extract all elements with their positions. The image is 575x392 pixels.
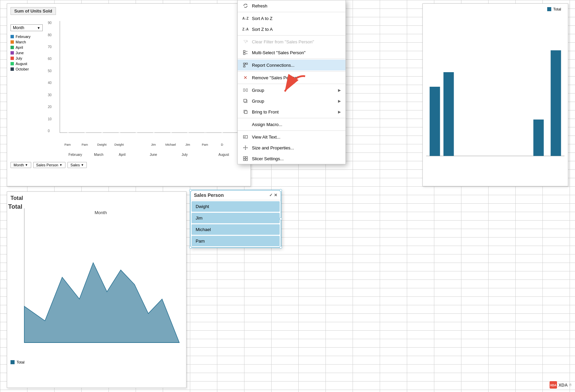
watermark: XDA XDA ® — [550, 381, 572, 389]
bars-area: $60000 $70000 $20000 — [60, 21, 247, 133]
resize-handle-tr[interactable] — [279, 189, 282, 192]
svg-rect-37 — [430, 87, 440, 156]
legend-panel: Month ▼ February March April June Jul — [11, 18, 48, 160]
separator-1 — [238, 12, 345, 12]
x-person-10: D — [214, 143, 230, 146]
sort-za-label: Sort Z to A — [252, 27, 341, 32]
svg-rect-8 — [246, 63, 247, 64]
menu-item-assign-macro[interactable]: Assign Macro... — [238, 119, 345, 130]
svg-rect-31 — [243, 159, 245, 161]
right-legend-label: Total — [553, 7, 561, 11]
month-btn-arrow: ▼ — [25, 163, 28, 167]
size-properties-label: Size and Properties... — [252, 145, 341, 150]
view-alt-text-icon — [242, 134, 249, 140]
separator-7 — [238, 130, 345, 131]
menu-item-report-connections[interactable]: Report Connections... — [238, 60, 345, 70]
bar-chart-container: Sum of Units Sold Month ▼ February March… — [7, 3, 251, 186]
resize-handle-mr[interactable] — [279, 218, 282, 220]
legend-item-april: April — [11, 45, 48, 49]
legend-item-july: July — [11, 56, 48, 60]
legend-dot-february — [11, 35, 14, 38]
assign-macro-label: Assign Macro... — [252, 122, 341, 127]
x-person-5 — [128, 143, 144, 146]
sales-person-btn-label: Sales Person — [36, 163, 58, 167]
menu-item-send-to-back[interactable]: Bring to Front ▶ — [238, 106, 345, 117]
svg-rect-30 — [246, 157, 247, 158]
group-arrow: ▶ — [338, 88, 341, 92]
multi-select-icon — [242, 49, 249, 56]
svg-rect-40 — [551, 50, 561, 156]
svg-rect-16 — [244, 99, 246, 102]
x-person-4: Dwight — [111, 143, 127, 146]
bar-chart-title: Sum of Units Sold — [11, 7, 56, 15]
area-legend-dot — [11, 360, 15, 364]
menu-item-multi-select[interactable]: Multi-Select "Sales Person" — [238, 47, 345, 58]
sales-person-filter-btn[interactable]: Sales Person ▼ — [33, 162, 65, 168]
slicer-item-michael[interactable]: Michael — [192, 224, 280, 235]
slicer-item-pam[interactable]: Pam — [192, 236, 280, 246]
x-month-mar: March — [91, 153, 106, 157]
send-to-back-arrow: ▶ — [338, 110, 341, 114]
y-label-50: 50 — [48, 69, 52, 73]
menu-item-sort-az[interactable]: A↓Z Sort A to Z — [238, 13, 345, 24]
sales-person-slicer: Sales Person ✓ ✕ Dwight Jim Michael Pam — [190, 190, 281, 248]
total-label-bottom: Total — [8, 203, 22, 210]
legend-item-august: August — [11, 62, 48, 66]
x-person-8: Jim — [180, 143, 196, 146]
svg-marker-26 — [247, 147, 247, 148]
svg-rect-32 — [246, 159, 247, 161]
legend-item-june: June — [11, 51, 48, 55]
bottom-month-label: Month — [95, 210, 107, 215]
menu-item-size-properties[interactable]: Size and Properties... — [238, 142, 345, 153]
y-axis-labels: 0 10 20 30 40 50 60 70 80 90 — [48, 21, 52, 133]
resize-handle-bl[interactable] — [189, 246, 192, 249]
svg-marker-0 — [246, 4, 247, 5]
report-connections-icon — [242, 62, 249, 68]
x-person-9: Pam — [197, 143, 213, 146]
slicer-item-dwight[interactable]: Dwight — [192, 201, 280, 212]
slicer-close-icon[interactable]: ✕ — [274, 193, 277, 198]
x-month-apr: April — [106, 153, 138, 157]
report-connections-label: Report Connections... — [252, 63, 341, 68]
month-btn-label: Month — [14, 163, 24, 167]
x-month-feb: February — [60, 153, 91, 157]
svg-rect-12 — [243, 89, 245, 91]
sales-btn-arrow: ▼ — [81, 163, 84, 167]
menu-item-view-alt-text[interactable]: View Alt Text... — [238, 131, 345, 142]
slicer-settings-icon — [242, 156, 249, 162]
separator-2 — [238, 35, 345, 36]
remove-icon: ✕ — [242, 75, 249, 81]
month-filter-dropdown[interactable]: Month ▼ — [11, 24, 43, 31]
area-chart-title: Total — [11, 195, 183, 201]
slicer-title: Sales Person — [194, 192, 224, 198]
menu-item-slicer-settings[interactable]: Slicer Settings... — [238, 153, 345, 164]
menu-item-refresh[interactable]: Refresh — [238, 0, 345, 11]
sort-az-icon: A↓Z — [242, 15, 249, 21]
resize-handle-tl[interactable] — [189, 189, 192, 192]
area-legend-label: Total — [17, 360, 24, 364]
sales-filter-btn[interactable]: Sales ▼ — [67, 162, 87, 168]
slicer-item-jim[interactable]: Jim — [192, 213, 280, 223]
sales-btn-label: Sales — [71, 163, 80, 167]
send-to-back-icon — [242, 109, 249, 115]
svg-rect-3 — [243, 50, 245, 52]
menu-item-clear-filter[interactable]: Clear Filter from "Sales Person" — [238, 36, 345, 47]
area-chart-container: Total Total — [7, 191, 186, 388]
red-arrow — [278, 73, 312, 100]
svg-text:XDA: XDA — [550, 384, 556, 387]
slicer-check-icon[interactable]: ✓ — [269, 193, 273, 198]
legend-dot-october — [11, 67, 14, 71]
size-properties-icon — [242, 145, 249, 151]
svg-rect-38 — [443, 72, 454, 156]
sort-za-icon: Z↓A — [242, 26, 249, 32]
menu-item-sort-za[interactable]: Z↓A Sort Z to A — [238, 24, 345, 35]
svg-marker-25 — [243, 147, 244, 148]
legend-label-february: February — [16, 35, 31, 39]
month-filter-btn[interactable]: Month ▼ — [11, 162, 31, 168]
resize-handle-br[interactable] — [279, 246, 282, 249]
right-chart-container: Total n Michael September $33000 + − — [422, 3, 568, 186]
x-person-3: Dwight — [94, 143, 110, 146]
dropdown-arrow-icon: ▼ — [37, 26, 40, 30]
x-person-2: Pam — [77, 143, 93, 146]
legend-item-march: March — [11, 40, 48, 44]
